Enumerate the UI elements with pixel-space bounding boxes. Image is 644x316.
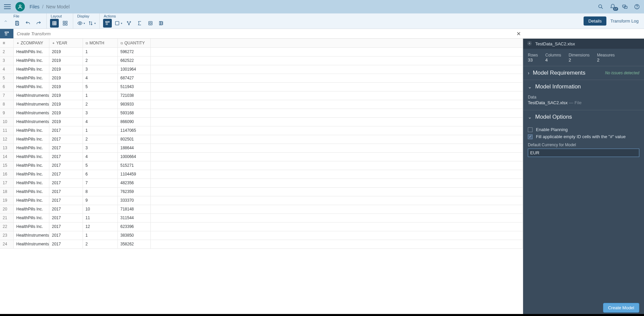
cell-quantity[interactable]: 802501: [118, 135, 150, 144]
table-row[interactable]: 18HealthPills Inc.20178762359: [0, 187, 523, 196]
cell-quantity[interactable]: 1147065: [118, 126, 150, 135]
cell-month[interactable]: 1: [83, 47, 118, 56]
cell-year[interactable]: 2017: [49, 135, 83, 144]
row-number[interactable]: 14: [0, 152, 13, 161]
cell-year[interactable]: 2017: [49, 240, 83, 248]
cell-zcompany[interactable]: HealthInstruments: [13, 231, 49, 240]
cell-year[interactable]: 2017: [49, 144, 83, 152]
cell-quantity[interactable]: 866090: [118, 117, 150, 126]
cell-month[interactable]: 3: [83, 109, 118, 117]
row-number[interactable]: 11: [0, 126, 13, 135]
cell-quantity[interactable]: 596272: [118, 47, 150, 56]
cell-month[interactable]: 10: [83, 205, 118, 213]
cell-quantity[interactable]: 311544: [118, 213, 150, 222]
table-row[interactable]: 13HealthPills Inc.20173188644: [0, 144, 523, 152]
table-row[interactable]: 2HealthPills Inc.20191596272: [0, 47, 523, 56]
cell-quantity[interactable]: 333370: [118, 196, 150, 205]
table-row[interactable]: 7HealthInstruments20191721038: [0, 91, 523, 100]
col-header-quantity[interactable]: ⧉QUANTITY: [118, 39, 150, 47]
cell-zcompany[interactable]: HealthPills Inc.: [13, 126, 49, 135]
cell-month[interactable]: 2: [83, 100, 118, 109]
table-row[interactable]: 23HealthInstruments20171383850: [0, 231, 523, 240]
cell-month[interactable]: 1: [83, 91, 118, 100]
discussion-icon[interactable]: [622, 4, 628, 10]
cell-month[interactable]: 1: [83, 231, 118, 240]
col-header-zcompany[interactable]: ✦ZCOMPANY: [13, 39, 49, 47]
row-number[interactable]: 5: [0, 74, 13, 82]
cell-month[interactable]: 6: [83, 170, 118, 179]
cell-month[interactable]: 5: [83, 161, 118, 170]
cell-quantity[interactable]: 687427: [118, 74, 150, 82]
help-icon[interactable]: [634, 4, 640, 10]
cell-zcompany[interactable]: HealthPills Inc.: [13, 187, 49, 196]
cell-quantity[interactable]: 482356: [118, 179, 150, 187]
cell-year[interactable]: 2017: [49, 161, 83, 170]
undo-icon[interactable]: [24, 19, 32, 28]
row-number[interactable]: 12: [0, 135, 13, 144]
close-icon[interactable]: ✕: [514, 31, 523, 37]
table-row[interactable]: 12HealthPills Inc.20172802501: [0, 135, 523, 144]
col-header-month[interactable]: ⧉MONTH: [83, 39, 118, 47]
section-head-requirements[interactable]: › Model Requirements No issues detected: [523, 66, 644, 80]
cell-zcompany[interactable]: HealthPills Inc.: [13, 213, 49, 222]
cell-quantity[interactable]: 721038: [118, 91, 150, 100]
cell-month[interactable]: 9: [83, 196, 118, 205]
cell-month[interactable]: 1: [83, 126, 118, 135]
row-number[interactable]: 23: [0, 231, 13, 240]
notifications-icon[interactable]: 17: [610, 4, 616, 10]
cell-year[interactable]: 2019: [49, 74, 83, 82]
cell-zcompany[interactable]: HealthPills Inc.: [13, 144, 49, 152]
cell-zcompany[interactable]: HealthInstruments: [13, 240, 49, 248]
cell-year[interactable]: 2019: [49, 109, 83, 117]
cell-month[interactable]: 2: [83, 56, 118, 65]
transform-log-link[interactable]: Transform Log: [610, 18, 639, 24]
row-number[interactable]: 20: [0, 205, 13, 213]
table-row[interactable]: 22HealthPills Inc.201712623396: [0, 222, 523, 231]
table-row[interactable]: 9HealthInstruments20193593168: [0, 109, 523, 117]
cell-year[interactable]: 2017: [49, 213, 83, 222]
table-row[interactable]: 21HealthPills Inc.201711311544: [0, 213, 523, 222]
section-head-options[interactable]: ⌄ Model Options: [523, 110, 644, 124]
cell-year[interactable]: 2017: [49, 222, 83, 231]
cell-quantity[interactable]: 762359: [118, 187, 150, 196]
enable-planning-checkbox[interactable]: Enable Planning: [528, 127, 639, 132]
cell-year[interactable]: 2017: [49, 187, 83, 196]
search-icon[interactable]: [598, 4, 604, 10]
table-row[interactable]: 15HealthPills Inc.20175515271: [0, 161, 523, 170]
cell-year[interactable]: 2019: [49, 56, 83, 65]
row-number[interactable]: 9: [0, 109, 13, 117]
table-row[interactable]: 24HealthInstruments20172358262: [0, 240, 523, 248]
visibility-icon[interactable]: [77, 19, 85, 28]
hierarchy-icon[interactable]: [125, 19, 133, 28]
row-number[interactable]: 21: [0, 213, 13, 222]
cell-quantity[interactable]: 593168: [118, 109, 150, 117]
cell-month[interactable]: 2: [83, 135, 118, 144]
details-button[interactable]: Details: [584, 16, 606, 26]
cell-zcompany[interactable]: HealthPills Inc.: [13, 152, 49, 161]
row-number[interactable]: 3: [0, 56, 13, 65]
cell-quantity[interactable]: 623396: [118, 222, 150, 231]
save-icon[interactable]: [13, 19, 21, 28]
row-number[interactable]: 2: [0, 47, 13, 56]
menu-icon[interactable]: [4, 4, 11, 9]
cell-month[interactable]: 12: [83, 222, 118, 231]
cell-year[interactable]: 2019: [49, 117, 83, 126]
cell-zcompany[interactable]: HealthPills Inc.: [13, 205, 49, 213]
cell-month[interactable]: 3: [83, 65, 118, 74]
cell-year[interactable]: 2019: [49, 65, 83, 74]
table-row[interactable]: 5HealthPills Inc.20194687427: [0, 74, 523, 82]
cell-month[interactable]: 5: [83, 82, 118, 91]
cell-year[interactable]: 2019: [49, 100, 83, 109]
section-head-information[interactable]: ⌄ Model Information: [523, 80, 644, 93]
row-number[interactable]: 22: [0, 222, 13, 231]
cell-quantity[interactable]: 511943: [118, 82, 150, 91]
create-model-button[interactable]: Create Model: [603, 303, 639, 313]
cell-month[interactable]: 7: [83, 179, 118, 187]
table-row[interactable]: 3HealthPills Inc.20192662522: [0, 56, 523, 65]
redo-icon[interactable]: [34, 19, 43, 28]
row-number[interactable]: 13: [0, 144, 13, 152]
row-number[interactable]: 4: [0, 65, 13, 74]
cell-year[interactable]: 2017: [49, 179, 83, 187]
cell-zcompany[interactable]: HealthPills Inc.: [13, 161, 49, 170]
row-number[interactable]: 7: [0, 91, 13, 100]
